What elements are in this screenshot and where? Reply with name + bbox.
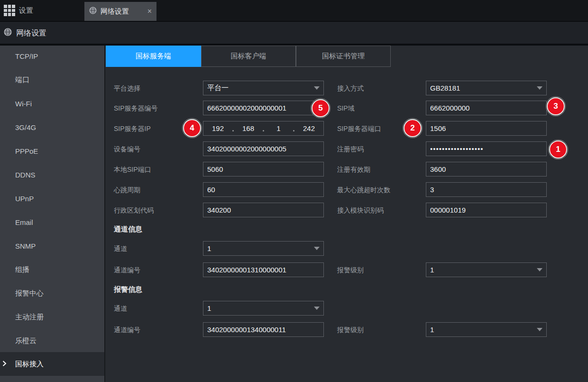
label-local-sip-port: 本地SIP端口: [114, 166, 151, 174]
max-heartbeat-timeout-input[interactable]: [426, 182, 547, 197]
alarm-level-select-2[interactable]: 1: [426, 322, 547, 337]
label-alarm-channel-id: 通道编号: [114, 326, 140, 335]
label-channel: 通道: [114, 245, 127, 253]
sidebar-item-alarm-center[interactable]: 报警中心: [0, 283, 104, 304]
step-badge-1: 1: [549, 140, 567, 158]
step-badge-4: 4: [183, 119, 201, 137]
chevron-down-icon: [537, 328, 542, 331]
sidebar-item-snmp[interactable]: SNMP: [0, 235, 104, 256]
tab-settings-label: 设置: [19, 6, 33, 15]
label-alarm-channel: 通道: [114, 305, 127, 313]
admin-division-code-input[interactable]: [203, 203, 324, 217]
step-badge-5: 5: [312, 99, 330, 117]
sip-server-id-input[interactable]: [203, 101, 324, 115]
globe-icon: [89, 7, 97, 16]
page-title: 网络设置: [16, 28, 46, 38]
sip-domain-input[interactable]: [426, 101, 547, 115]
chevron-down-icon: [314, 307, 320, 310]
sidebar-item-email[interactable]: Email: [0, 212, 104, 233]
sidebar-item-3g4g[interactable]: 3G/4G: [0, 117, 104, 138]
label-platform: 平台选择: [114, 84, 140, 93]
register-valid-period-input[interactable]: [426, 162, 547, 177]
sidebar-item-port[interactable]: 端口: [0, 69, 104, 90]
sidebar-item-multicast[interactable]: 组播: [0, 259, 104, 280]
sidebar-item-lechange[interactable]: 乐橙云: [0, 330, 104, 351]
label-admin-division-code: 行政区划代码: [114, 206, 154, 215]
label-access-mode: 接入方式: [337, 84, 364, 93]
globe-icon: [4, 28, 12, 38]
tab-gb-server[interactable]: 国标服务端: [106, 46, 201, 67]
label-heartbeat-period: 心跳周期: [114, 186, 140, 195]
screen: 设置 网络设置 × 网络设置 TCP/IP 端口 Wi-Fi 3G/4G PPP…: [0, 0, 588, 382]
sidebar: TCP/IP 端口 Wi-Fi 3G/4G PPPoE DDNS UPnP Em…: [0, 46, 104, 382]
sip-server-ip-input[interactable]: 192 168 1 242: [203, 121, 324, 136]
alarm-level-select[interactable]: 1: [426, 262, 547, 277]
tab-network-settings[interactable]: 网络设置 ×: [84, 2, 156, 21]
sidebar-item-pppoe[interactable]: PPPoE: [0, 140, 104, 161]
tab-gb-cert-mgmt[interactable]: 国标证书管理: [296, 46, 391, 67]
label-device-id: 设备编号: [114, 145, 140, 154]
chevron-down-icon: [314, 86, 320, 90]
alarm-channel-select[interactable]: 1: [203, 301, 324, 316]
local-sip-port-input[interactable]: [203, 162, 324, 177]
section-channel-info: 通道信息: [114, 225, 142, 234]
label-alarm-level: 报警级别: [337, 266, 364, 275]
channel-id-input[interactable]: [203, 262, 324, 277]
label-sip-server-ip: SIP服务器IP: [114, 125, 151, 133]
access-module-id-input[interactable]: [426, 203, 547, 217]
chevron-down-icon: [314, 247, 320, 250]
section-alarm-info: 报警信息: [114, 285, 142, 294]
sidebar-item-tcpip[interactable]: TCP/IP: [0, 46, 104, 66]
label-access-module-id: 接入模块识别码: [337, 206, 384, 215]
label-channel-id: 通道编号: [114, 266, 140, 275]
label-sip-server-id: SIP服务器编号: [114, 104, 158, 113]
platform-select[interactable]: 平台一: [203, 81, 324, 95]
channel-select[interactable]: 1: [203, 241, 324, 256]
sidebar-item-wifi[interactable]: Wi-Fi: [0, 93, 104, 114]
label-sip-domain: SIP域: [337, 104, 355, 113]
apps-grid-icon[interactable]: [4, 5, 15, 16]
tab-network-settings-label: 网络设置: [101, 7, 144, 16]
tab-settings[interactable]: 设置: [19, 0, 33, 21]
sidebar-item-auto-register[interactable]: 主动注册: [0, 307, 104, 327]
sidebar-divider: [104, 46, 105, 382]
window-tab-bar: 设置 网络设置 ×: [0, 0, 588, 21]
close-icon[interactable]: ×: [147, 8, 152, 15]
heartbeat-period-input[interactable]: [203, 182, 324, 197]
chevron-down-icon: [537, 86, 542, 90]
chevron-down-icon: [537, 268, 542, 271]
label-sip-server-port: SIP服务器端口: [337, 125, 381, 133]
step-badge-3: 3: [547, 97, 565, 115]
device-id-input[interactable]: [203, 141, 324, 156]
sidebar-item-gb28181[interactable]: 国标接入: [0, 352, 104, 376]
chevron-right-icon: [2, 360, 7, 368]
register-password-input[interactable]: [426, 141, 547, 156]
sip-server-port-input[interactable]: [426, 121, 547, 136]
page-header: 网络设置: [0, 22, 588, 44]
label-max-heartbeat-timeout: 最大心跳超时次数: [337, 186, 390, 195]
sidebar-item-upnp[interactable]: UPnP: [0, 188, 104, 209]
step-badge-2: 2: [404, 119, 422, 137]
alarm-channel-id-input[interactable]: [203, 322, 324, 337]
sidebar-item-ddns[interactable]: DDNS: [0, 164, 104, 185]
label-register-valid-period: 注册有效期: [337, 166, 370, 174]
access-mode-select[interactable]: GB28181: [426, 81, 547, 95]
tab-gb-client[interactable]: 国标客户端: [201, 46, 296, 67]
label-alarm-level-2: 报警级别: [337, 326, 364, 335]
label-register-password: 注册密码: [337, 145, 364, 154]
